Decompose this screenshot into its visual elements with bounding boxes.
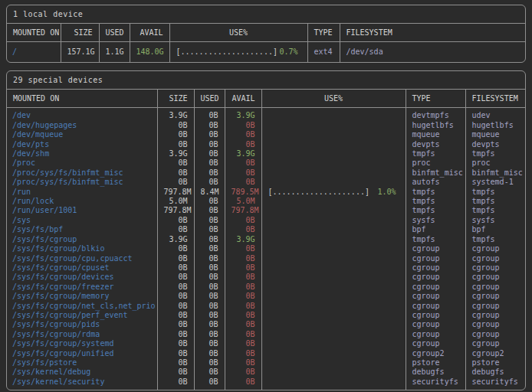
- table-row: /sys/kernel/debug0B0B0Bdebugfsdebugfs: [7, 368, 525, 377]
- table-row: /sys/fs/cgroup/memory0B0B0Bcgroupcgroup: [7, 292, 525, 301]
- filesystem-cell: cgroup: [465, 311, 525, 320]
- mount-cell: /sys/fs/cgroup/unified: [7, 349, 157, 358]
- avail-cell: 0B: [225, 358, 261, 368]
- use-percent-cell: [261, 358, 406, 368]
- usage-bar: [....................]: [176, 47, 277, 57]
- col-header-use-pct: USE%: [169, 24, 307, 42]
- size-cell: 797.8M: [157, 188, 194, 197]
- table-row: /sys0B0B0Bsysfssysfs: [7, 216, 525, 225]
- mount-cell: /sys/fs/cgroup/perf_event: [7, 311, 157, 320]
- used-cell: 0B: [194, 302, 225, 311]
- filesystem-cell: sysfs: [465, 216, 525, 225]
- mount-cell: /sys/fs/cgroup/net_cls,net_prio: [7, 302, 157, 311]
- used-cell: 0B: [194, 283, 225, 292]
- type-cell: tmpfs: [406, 197, 465, 206]
- mount-cell: /run: [7, 188, 157, 197]
- used-cell: 0B: [194, 273, 225, 282]
- size-cell: 0B: [157, 263, 194, 273]
- used-cell: 0B: [194, 140, 225, 149]
- used-cell: 0B: [194, 130, 225, 139]
- mount-cell: /sys/kernel/security: [7, 377, 157, 390]
- filesystem-cell: tmpfs: [465, 235, 525, 244]
- table-row: /sys/kernel/security0B0B0Bsecurityfssecu…: [7, 377, 525, 390]
- use-percent-cell: [261, 311, 406, 320]
- use-percent-cell: [261, 292, 406, 301]
- type-cell: hugetlbfs: [406, 121, 465, 130]
- avail-cell: 0B: [225, 377, 261, 390]
- avail-cell: 148.0G: [130, 42, 169, 63]
- mount-cell: /sys/fs/cgroup/cpuset: [7, 263, 157, 273]
- type-cell: sysfs: [406, 216, 465, 225]
- avail-cell: 0B: [225, 158, 261, 168]
- avail-cell: 0B: [225, 140, 261, 149]
- avail-cell: 0B: [225, 330, 261, 339]
- type-cell: cgroup: [406, 292, 465, 301]
- avail-cell: 0B: [225, 216, 261, 225]
- size-cell: 0B: [157, 377, 194, 390]
- table-row: /proc0B0B0Bprocproc: [7, 158, 525, 168]
- used-cell: 0B: [194, 358, 225, 368]
- used-cell: 0B: [194, 216, 225, 225]
- avail-cell: 0B: [225, 244, 261, 253]
- type-cell: cgroup: [406, 254, 465, 263]
- use-percent-cell: [261, 330, 406, 339]
- used-cell: 0B: [194, 168, 225, 178]
- filesystem-cell: cgroup2: [465, 349, 525, 358]
- use-percent-cell: [....................]1.0%: [261, 188, 406, 197]
- type-cell: cgroup: [406, 320, 465, 329]
- mount-cell: /sys/kernel/debug: [7, 368, 157, 377]
- table-row: /sys/fs/cgroup/net_cls,net_prio0B0B0Bcgr…: [7, 302, 525, 311]
- col-header-mounted-on: MOUNTED ON: [7, 90, 157, 108]
- size-cell: 0B: [157, 158, 194, 168]
- used-cell: 0B: [194, 339, 225, 348]
- filesystem-cell: bpf: [465, 225, 525, 234]
- used-cell: 0B: [194, 292, 225, 301]
- used-cell: 1.1G: [99, 42, 130, 63]
- filesystem-cell: binfmt_misc: [465, 168, 525, 178]
- table-row: /sys/fs/cgroup/cpuset0B0B0Bcgroupcgroup: [7, 263, 525, 273]
- table-row: /sys/fs/cgroup/freezer0B0B0Bcgroupcgroup: [7, 283, 525, 292]
- size-cell: 0B: [157, 130, 194, 139]
- use-percent-cell: [261, 121, 406, 130]
- size-cell: 0B: [157, 320, 194, 329]
- type-cell: devpts: [406, 140, 465, 149]
- table-row: /sys/fs/cgroup/blkio0B0B0Bcgroupcgroup: [7, 244, 525, 253]
- avail-cell: 789.5M: [225, 188, 261, 197]
- col-header-type: TYPE: [307, 24, 340, 42]
- avail-cell: 3.9G: [225, 108, 261, 121]
- filesystem-cell: devpts: [465, 140, 525, 149]
- size-cell: 0B: [157, 358, 194, 368]
- size-cell: 0B: [157, 292, 194, 301]
- type-cell: securityfs: [406, 377, 465, 390]
- mount-cell: /dev/pts: [7, 140, 157, 149]
- mount-cell: /sys/fs/cgroup/freezer: [7, 283, 157, 292]
- usage-bar: [....................]: [268, 188, 369, 197]
- type-cell: cgroup: [406, 339, 465, 348]
- type-cell: pstore: [406, 358, 465, 368]
- use-percent-cell: [261, 197, 406, 206]
- type-cell: cgroup2: [406, 349, 465, 358]
- filesystem-cell: cgroup: [465, 292, 525, 301]
- table-row: /run/user/1001797.8M0B797.8Mtmpfstmpfs: [7, 206, 525, 215]
- use-percent-cell: [261, 320, 406, 329]
- filesystem-cell: cgroup: [465, 320, 525, 329]
- size-cell: 0B: [157, 283, 194, 292]
- filesystem-cell: /dev/sda: [340, 42, 525, 63]
- avail-cell: 0B: [225, 273, 261, 282]
- size-cell: 0B: [157, 311, 194, 320]
- used-cell: 0B: [194, 121, 225, 130]
- used-cell: 0B: [194, 377, 225, 390]
- usage-percent: 0.7%: [279, 47, 302, 57]
- size-cell: 0B: [157, 339, 194, 348]
- mount-cell: /sys/fs/cgroup/systemd: [7, 339, 157, 348]
- col-header-filesystem: FILESYSTEM: [340, 24, 525, 42]
- type-cell: cgroup: [406, 273, 465, 282]
- table-row: /sys/fs/cgroup/cpu,cpuacct0B0B0Bcgroupcg…: [7, 254, 525, 263]
- size-cell: 0B: [157, 225, 194, 234]
- mount-cell: /dev: [7, 108, 157, 121]
- table-row: /sys/fs/bpf0B0B0Bbpfbpf: [7, 225, 525, 234]
- size-cell: 0B: [157, 349, 194, 358]
- used-cell: 0B: [194, 235, 225, 244]
- mount-cell: /sys/fs/pstore: [7, 358, 157, 368]
- mount-cell: /: [7, 42, 61, 63]
